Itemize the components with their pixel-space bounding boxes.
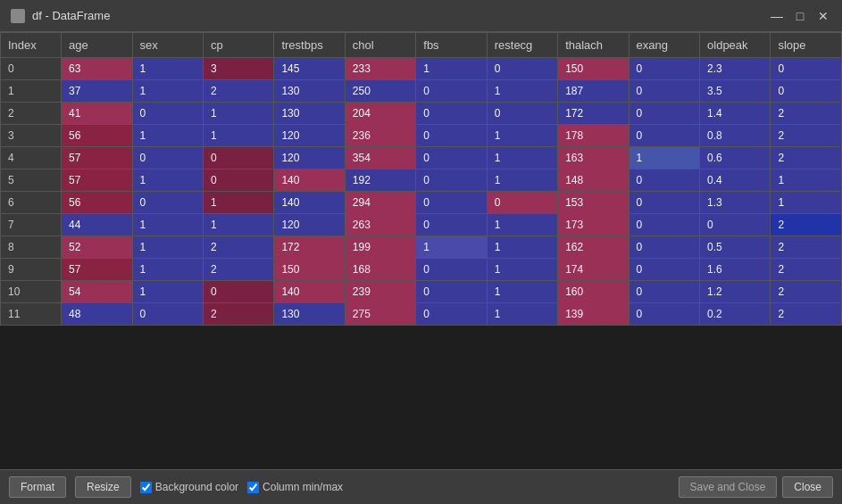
cell-chol: 233 [345, 58, 415, 80]
cell-thalach: 173 [558, 214, 629, 236]
cell-age: 54 [62, 281, 132, 303]
cell-oldpeak: 1.6 [700, 259, 771, 281]
cell-oldpeak: 0.2 [700, 303, 771, 326]
cell-slope: 2 [771, 103, 842, 125]
col-age: age [62, 33, 132, 58]
resize-button[interactable]: Resize [75, 476, 131, 498]
cell-fbs: 0 [416, 259, 487, 281]
minimize-button[interactable]: — [769, 8, 785, 24]
bg-color-checkbox[interactable] [140, 482, 152, 493]
cell-slope: 0 [771, 58, 842, 80]
cell-cp: 2 [203, 236, 273, 259]
cell-chol: 192 [345, 169, 415, 192]
cell-trestbps: 140 [274, 281, 345, 303]
cell-thalach: 160 [558, 281, 629, 303]
table-row: 656011402940015301.31 [1, 192, 842, 214]
cell-chol: 199 [345, 236, 415, 259]
cell-thalach: 187 [558, 80, 629, 103]
cell-thalach: 174 [558, 259, 629, 281]
cell-cp: 1 [203, 125, 273, 147]
cell-sex: 1 [132, 214, 203, 236]
table-row: 852121721991116200.52 [1, 236, 842, 259]
table-row: 457001203540116310.62 [1, 147, 842, 169]
col-oldpeak: oldpeak [700, 33, 771, 58]
cell-oldpeak: 0.6 [700, 147, 771, 169]
cell-age: 63 [62, 58, 132, 80]
col-restecg: restecg [487, 33, 557, 58]
cell-exang: 1 [629, 147, 699, 169]
table-container[interactable]: Index age sex cp trestbps chol fbs reste… [0, 32, 842, 469]
cell-sex: 0 [132, 303, 203, 326]
cell-cp: 1 [203, 214, 273, 236]
table-row: 1148021302750113900.22 [1, 303, 842, 326]
cell-age: 57 [62, 169, 132, 192]
cell-exang: 0 [629, 192, 699, 214]
cell-slope: 2 [771, 125, 842, 147]
cell-thalach: 139 [558, 303, 629, 326]
col-thalach: thalach [558, 33, 629, 58]
cell-oldpeak: 2.3 [700, 58, 771, 80]
cell-index: 8 [1, 236, 62, 259]
cell-restecg: 0 [487, 192, 557, 214]
cell-trestbps: 130 [274, 80, 345, 103]
cell-age: 56 [62, 125, 132, 147]
cell-fbs: 1 [416, 58, 487, 80]
cell-cp: 1 [203, 192, 273, 214]
cell-index: 0 [1, 58, 62, 80]
close-window-button[interactable]: ✕ [815, 8, 831, 24]
cell-chol: 354 [345, 147, 415, 169]
cell-oldpeak: 3.5 [700, 80, 771, 103]
format-button[interactable]: Format [9, 476, 66, 498]
cell-restecg: 1 [487, 214, 557, 236]
cell-slope: 2 [771, 236, 842, 259]
cell-index: 11 [1, 303, 62, 326]
cell-age: 57 [62, 259, 132, 281]
cell-chol: 236 [345, 125, 415, 147]
cell-cp: 1 [203, 103, 273, 125]
cell-age: 48 [62, 303, 132, 326]
cell-chol: 239 [345, 281, 415, 303]
cell-age: 44 [62, 214, 132, 236]
cell-sex: 1 [132, 259, 203, 281]
cell-restecg: 0 [487, 103, 557, 125]
cell-oldpeak: 0 [700, 214, 771, 236]
col-minmax-checkbox[interactable] [247, 482, 259, 493]
cell-restecg: 1 [487, 259, 557, 281]
cell-cp: 0 [203, 147, 273, 169]
cell-oldpeak: 1.2 [700, 281, 771, 303]
cell-chol: 204 [345, 103, 415, 125]
cell-index: 6 [1, 192, 62, 214]
cell-oldpeak: 0.5 [700, 236, 771, 259]
cell-index: 7 [1, 214, 62, 236]
cell-chol: 275 [345, 303, 415, 326]
cell-cp: 0 [203, 169, 273, 192]
cell-restecg: 0 [487, 58, 557, 80]
table-row: 1054101402390116001.22 [1, 281, 842, 303]
cell-sex: 1 [132, 169, 203, 192]
cell-chol: 250 [345, 80, 415, 103]
maximize-button[interactable]: □ [792, 8, 808, 24]
cell-oldpeak: 1.4 [700, 103, 771, 125]
cell-restecg: 1 [487, 80, 557, 103]
cell-exang: 0 [629, 58, 699, 80]
cell-trestbps: 140 [274, 169, 345, 192]
title-bar: df - DataFrame — □ ✕ [0, 0, 842, 32]
bg-color-label[interactable]: Background color [140, 481, 238, 493]
cell-exang: 0 [629, 303, 699, 326]
cell-trestbps: 120 [274, 214, 345, 236]
cell-thalach: 150 [558, 58, 629, 80]
col-minmax-label[interactable]: Column min/max [247, 481, 343, 493]
save-close-button[interactable]: Save and Close [679, 476, 778, 498]
cell-fbs: 1 [416, 236, 487, 259]
cell-exang: 0 [629, 169, 699, 192]
cell-cp: 2 [203, 259, 273, 281]
cell-age: 41 [62, 103, 132, 125]
col-index: Index [1, 33, 62, 58]
table-row: 557101401920114800.41 [1, 169, 842, 192]
cell-exang: 0 [629, 259, 699, 281]
close-button[interactable]: Close [782, 476, 833, 498]
cell-restecg: 1 [487, 125, 557, 147]
cell-fbs: 0 [416, 147, 487, 169]
table-row: 241011302040017201.42 [1, 103, 842, 125]
cell-trestbps: 120 [274, 125, 345, 147]
